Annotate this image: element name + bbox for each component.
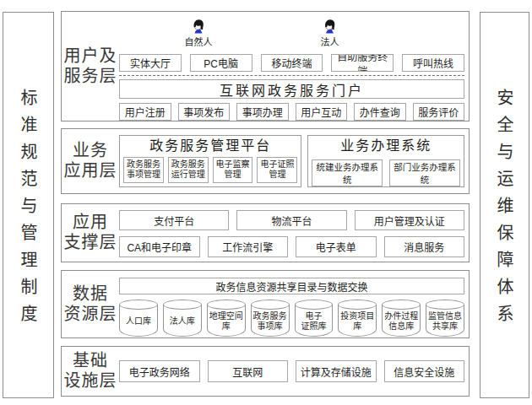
function-box: 办件查询 — [354, 103, 406, 121]
group-title: 政务服务管理平台 — [123, 138, 297, 155]
layer-data-resource-content: 政务信息资源共享目录与数据交换 人口库 法人库 地理空间 — [119, 271, 464, 338]
actor-natural-person: 自然人 — [185, 19, 213, 48]
database-label: 法人库 — [170, 315, 195, 327]
database-label: 政务服务 事项库 — [253, 310, 287, 332]
group-business-systems: 业务办理系统 统建业务办理系统 部门业务办理系统 — [307, 135, 464, 187]
infrastructure-box: 互联网 — [208, 360, 289, 382]
support-box: 消息服务 — [384, 236, 465, 257]
data-exchange-box: 政务信息资源共享目录与数据交换 — [119, 278, 464, 294]
database-label: 地理空间 库 — [209, 310, 243, 332]
layer-app-support: 应用 支撑层 支付平台 物流平台 用户管理及认证 CA和电子印章 工作流引擎 电… — [61, 203, 470, 262]
group-items-row: 政务服务 事项管理 政务服务 运行管理 电子监察 管理 电子证照 管理 — [123, 157, 297, 183]
platform-module-box: 政务服务 事项管理 — [123, 157, 164, 183]
channel-box: 自助服务终端 — [331, 54, 394, 72]
layer-business-app-content: 政务服务管理平台 政务服务 事项管理 政务服务 运行管理 电子监察 管理 — [119, 129, 464, 193]
layer-label-line: 应用层 — [64, 161, 117, 181]
channel-box: 实体大厅 — [119, 54, 182, 72]
layer-data-resource-label: 数据 资源层 — [62, 271, 119, 338]
layer-data-resource: 数据 资源层 政务信息资源共享目录与数据交换 人口库 法人库 — [61, 270, 470, 338]
infrastructure-box: 信息安全设施 — [384, 360, 465, 382]
database-cylinder: 办件过程 信息库 — [382, 305, 421, 337]
layer-app-support-content: 支付平台 物流平台 用户管理及认证 CA和电子印章 工作流引擎 电子表单 消息服… — [119, 204, 464, 262]
person-icon — [323, 19, 336, 34]
layer-app-support-label: 应用 支撑层 — [62, 204, 119, 262]
layer-user-service-content: 自然人 法人 实体大厅 PC电脑 移动终端 自助服务终端 呼叫热线 — [119, 12, 464, 121]
group-items-row: 统建业务办理系统 部门业务办理系统 — [312, 159, 460, 186]
channels-row: 实体大厅 PC电脑 移动终端 自助服务终端 呼叫热线 — [119, 54, 464, 72]
database-label-line: 库 — [209, 321, 243, 332]
channel-box: 呼叫热线 — [402, 54, 464, 72]
database-label: 办件过程 信息库 — [384, 310, 418, 332]
function-box: 事项发布 — [178, 103, 231, 121]
architecture-diagram: 标准规范与管理制度 安全与运维保障体系 用户及 服务层 自然人 — [0, 0, 532, 405]
layer-label-line: 支撑层 — [64, 233, 117, 253]
pillar-security-ops-label: 安全与运维保障体系 — [492, 78, 517, 332]
layer-business-app: 业务 应用层 政务服务管理平台 政务服务 事项管理 政务服务 运行管理 电子监察 — [61, 128, 470, 194]
layer-infrastructure-label: 基础 设施层 — [62, 347, 119, 396]
database-label-line: 电子 — [301, 311, 326, 321]
database-label-line: 信息库 — [384, 321, 418, 332]
database-label: 电子 证照库 — [301, 310, 326, 332]
database-cylinder: 地理空间 库 — [207, 305, 246, 337]
support-box: 支付平台 — [119, 210, 229, 230]
layer-label-line: 资源层 — [64, 305, 117, 325]
platform-module-box: 政务服务 运行管理 — [168, 157, 209, 183]
group-gov-service-platform: 政务服务管理平台 政务服务 事项管理 政务服务 运行管理 电子监察 管理 — [119, 135, 301, 187]
database-label-line: 办件过程 — [384, 311, 418, 321]
module-label-line: 管理 — [225, 170, 242, 181]
layer-user-service: 用户及 服务层 自然人 — [61, 11, 470, 122]
layer-label-line: 服务层 — [64, 67, 117, 87]
platform-module-box: 电子监察 管理 — [213, 157, 253, 183]
database-cylinder: 法人库 — [163, 305, 202, 337]
database-label-line: 法人库 — [170, 316, 195, 327]
module-label-line: 政务服务 — [127, 159, 160, 170]
support-box: CA和电子印章 — [119, 236, 200, 257]
layer-label-line: 数据 — [73, 284, 108, 305]
platform-module-box: 电子证照 管理 — [257, 157, 297, 183]
layer-business-app-label: 业务 应用层 — [62, 129, 119, 193]
channel-box: 移动终端 — [261, 54, 323, 72]
layer-infrastructure-content: 电子政务网络 互联网 计算及存储设施 信息安全设施 — [119, 347, 464, 396]
database-label-line: 监管信息 — [428, 311, 462, 321]
database-label-line: 人口库 — [126, 316, 151, 327]
system-box: 部门业务办理系统 — [389, 159, 460, 186]
database-label-line: 事项库 — [253, 321, 287, 332]
database-cylinder: 投资项目 库 — [338, 305, 377, 337]
database-label: 人口库 — [126, 315, 151, 327]
function-box: 服务评价 — [413, 103, 465, 121]
infrastructure-box: 电子政务网络 — [119, 360, 200, 382]
database-label-line: 政务服务 — [253, 311, 287, 321]
support-box: 物流平台 — [236, 210, 346, 230]
module-label-line: 电子证照 — [260, 159, 294, 170]
database-cylinder: 电子 证照库 — [295, 305, 334, 337]
database-label: 监管信息 共享库 — [428, 310, 462, 332]
layer-label-line: 基础 — [73, 351, 108, 371]
database-label-line: 共享库 — [428, 321, 462, 332]
person-icon — [193, 19, 205, 34]
actor-label: 法人 — [320, 35, 339, 48]
database-label-line: 投资项目 — [340, 311, 374, 321]
portal-box: 互联网政务服务门户 — [119, 79, 464, 99]
support-row-2: CA和电子印章 工作流引擎 电子表单 消息服务 — [119, 236, 464, 257]
database-cylinder: 监管信息 共享库 — [426, 305, 464, 337]
layer-label-line: 设施层 — [64, 371, 117, 392]
database-label-line: 证照库 — [301, 321, 326, 332]
database-cylinder: 人口库 — [119, 305, 158, 337]
function-box: 用户互动 — [296, 103, 348, 121]
dashed-divider — [119, 75, 464, 76]
channel-box: PC电脑 — [190, 54, 252, 72]
pillar-standards: 标准规范与管理制度 — [3, 12, 54, 398]
module-label-line: 政务服务 — [171, 159, 205, 170]
module-label-line: 运行管理 — [171, 170, 205, 181]
layer-infrastructure: 基础 设施层 电子政务网络 互联网 计算及存储设施 信息安全设施 — [61, 346, 470, 397]
database-label-line: 地理空间 — [209, 311, 243, 321]
system-box: 统建业务办理系统 — [312, 159, 383, 186]
infrastructure-box: 计算及存储设施 — [296, 360, 377, 382]
layer-label-line: 业务 — [73, 141, 108, 161]
pillar-security-ops: 安全与运维保障体系 — [480, 12, 529, 398]
support-box: 用户管理及认证 — [355, 210, 464, 230]
database-cylinder: 政务服务 事项库 — [251, 305, 290, 337]
function-box: 事项办理 — [236, 103, 289, 121]
support-row-1: 支付平台 物流平台 用户管理及认证 — [119, 210, 464, 230]
layer-label-line: 用户及 — [64, 46, 117, 67]
